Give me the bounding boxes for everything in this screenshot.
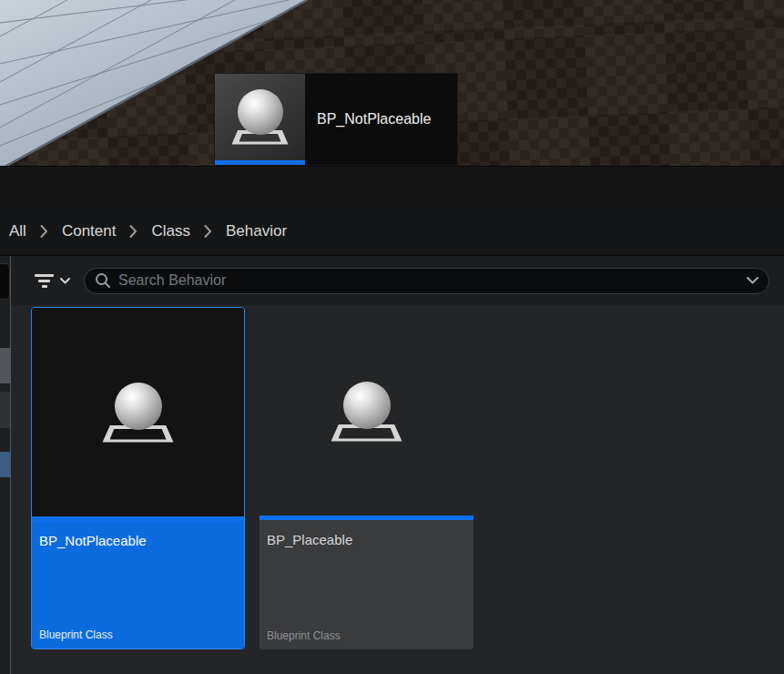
sphere-shape — [343, 382, 391, 429]
level-viewport[interactable]: BP_NotPlaceable — [0, 0, 784, 166]
chevron-down-icon — [60, 278, 70, 284]
sources-panel-fragment[interactable] — [0, 392, 10, 428]
asset-view-pane: BP_NotPlaceable Blueprint Class BP_Pl — [11, 256, 784, 674]
asset-thumbnail — [32, 308, 244, 516]
drag-preview[interactable]: BP_NotPlaceable — [214, 73, 458, 166]
asset-tile-bp-notplaceable[interactable]: BP_NotPlaceable Blueprint Class — [31, 307, 245, 649]
magnifier-icon — [95, 272, 111, 289]
asset-type-label: Blueprint Class — [39, 628, 113, 641]
search-input[interactable] — [84, 268, 769, 294]
chevron-right-icon — [127, 225, 139, 238]
search-text-field[interactable] — [118, 272, 739, 289]
asset-name: BP_NotPlaceable — [39, 533, 237, 548]
sphere-shape — [115, 383, 162, 430]
chevron-right-icon — [38, 225, 50, 238]
content-browser-body: BP_NotPlaceable Blueprint Class BP_Pl — [0, 256, 784, 674]
filter-funnel-icon — [35, 274, 54, 288]
sources-panel-fragment[interactable] — [0, 263, 10, 300]
asset-name: BP_Placeable — [267, 532, 466, 547]
sources-panel-fragment[interactable] — [0, 348, 10, 383]
drag-preview-label: BP_NotPlaceable — [305, 74, 457, 165]
filter-button[interactable] — [35, 274, 70, 288]
chevron-right-icon — [202, 225, 214, 238]
asset-color-bar — [215, 160, 305, 165]
unreal-editor-window: BP_NotPlaceable All Content Class Behavi… — [0, 0, 784, 674]
asset-type-label: Blueprint Class — [267, 629, 341, 642]
breadcrumb: All Content Class Behavior — [0, 207, 784, 256]
search-options-button[interactable] — [747, 277, 759, 284]
breadcrumb-item-class[interactable]: Class — [139, 222, 202, 240]
search-row — [11, 256, 784, 305]
asset-tile-bp-placeable[interactable]: BP_Placeable Blueprint Class — [260, 307, 473, 649]
sphere-shape — [238, 89, 283, 135]
breadcrumb-item-all[interactable]: All — [9, 222, 38, 240]
blueprint-sphere-icon — [232, 89, 289, 145]
breadcrumb-item-behavior[interactable]: Behavior — [214, 222, 299, 240]
sources-panel-edge — [0, 256, 11, 674]
breadcrumb-item-content[interactable]: Content — [50, 222, 128, 240]
drag-preview-thumbnail — [215, 74, 305, 165]
content-browser-header — [0, 166, 784, 207]
asset-grid[interactable]: BP_NotPlaceable Blueprint Class BP_Pl — [11, 305, 784, 674]
asset-label-area: BP_NotPlaceable Blueprint Class — [32, 521, 244, 648]
blueprint-sphere-icon — [331, 382, 402, 442]
asset-thumbnail — [260, 307, 473, 516]
blueprint-sphere-icon — [103, 383, 174, 443]
sources-panel-fragment[interactable] — [0, 452, 10, 477]
asset-label-area: BP_Placeable Blueprint Class — [260, 520, 473, 649]
